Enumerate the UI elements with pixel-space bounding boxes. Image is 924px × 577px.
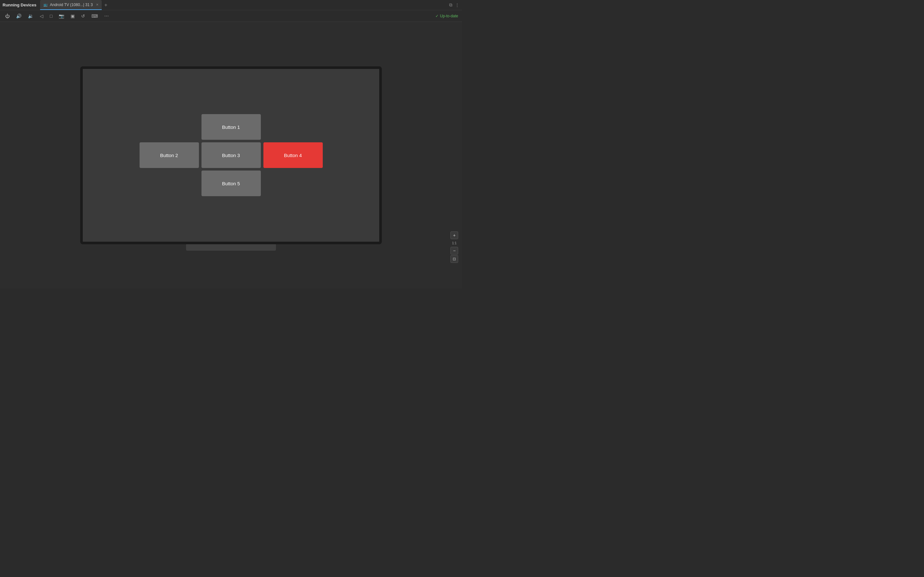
more-options-button[interactable]: ⋮ [455,3,459,8]
toolbar: ⏻ 🔊 🔉 ◁ □ 📷 ▣ ↺ ⌨ ⋯ ✓ Up-to-date [0,10,462,22]
back-button[interactable]: ◁ [39,12,45,20]
rotate-button[interactable]: ↺ [80,12,86,20]
tab-label: Android TV (1080...| 31 3 [50,3,93,7]
tab-close-button[interactable]: ✕ [96,3,99,6]
zoom-in-button[interactable]: + [451,231,458,239]
update-status: ✓ Up-to-date [435,14,458,18]
tv-button-5[interactable]: Button 5 [202,171,261,196]
zoom-out-button[interactable]: − [451,247,458,255]
tab-bar: 📺 Android TV (1080...| 31 3 ✕ + [40,0,449,10]
fit-screen-button[interactable]: ⊡ [451,255,458,263]
screen-content: Button 1 Button 2 Button 3 Button 4 Butt… [83,69,379,242]
add-tab-button[interactable]: + [104,2,107,8]
device-stand [186,244,276,251]
screenshot-button[interactable]: 📷 [57,12,65,20]
status-check-icon: ✓ [435,14,439,18]
status-text: Up-to-date [440,14,458,18]
zoom-controls: + 1:1 − ⊡ [451,231,458,263]
device-frame: Button 1 Button 2 Button 3 Button 4 Butt… [80,66,382,244]
title-bar: Running Devices 📺 Android TV (1080...| 3… [0,0,462,10]
tv-button-2[interactable]: Button 2 [140,142,199,168]
keyboard-button[interactable]: ⌨ [90,12,99,20]
stop-button[interactable]: □ [48,12,53,20]
main-area: Button 1 Button 2 Button 3 Button 4 Butt… [0,22,462,288]
button-grid: Button 1 Button 2 Button 3 Button 4 Butt… [140,114,323,196]
app-title: Running Devices [3,3,36,7]
title-bar-actions: ⧉ ⋮ [449,2,459,8]
tv-button-4[interactable]: Button 4 [263,142,323,168]
tab-device-icon: 📺 [43,3,48,7]
device-tab[interactable]: 📺 Android TV (1080...| 31 3 ✕ [40,0,102,10]
screen-record-button[interactable]: ▣ [69,12,76,20]
power-button[interactable]: ⏻ [4,12,11,20]
tv-button-1[interactable]: Button 1 [202,114,261,140]
tv-button-3[interactable]: Button 3 [202,142,261,168]
zoom-ratio-label: 1:1 [451,240,458,246]
volume-up-button[interactable]: 🔊 [15,12,23,20]
window-button[interactable]: ⧉ [449,2,452,8]
volume-down-button[interactable]: 🔉 [27,12,35,20]
more-tools-button[interactable]: ⋯ [103,12,110,20]
